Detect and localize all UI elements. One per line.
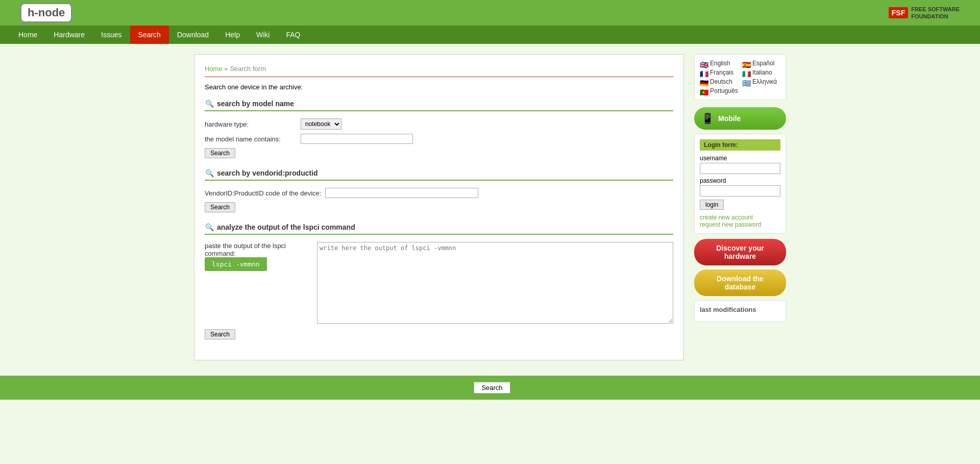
section3-search-row: Search: [205, 329, 673, 339]
section1-header: 🔍 search by model name: [205, 99, 673, 111]
nav-download[interactable]: Download: [169, 26, 217, 44]
lang-fr[interactable]: 🇫🇷 Français: [700, 69, 738, 76]
breadcrumb: Home » Search form: [205, 65, 673, 77]
section2-title: search by vendorid:productid: [217, 169, 318, 177]
username-input[interactable]: [700, 163, 780, 174]
nav-wiki[interactable]: Wiki: [248, 26, 278, 44]
lspci-right: [317, 242, 673, 325]
lspci-left: paste the output of the lspci command: l…: [205, 242, 317, 325]
main-layout: Home » Search form Search one device in …: [184, 44, 796, 371]
nav-help[interactable]: Help: [217, 26, 248, 44]
section3-header: 🔍 analyze the output of the lspci comman…: [205, 223, 673, 235]
flag-es: 🇪🇸: [742, 61, 750, 66]
nav-issues[interactable]: Issues: [93, 26, 130, 44]
fsf-text: FREE SOFTWARE FOUNDATION: [911, 6, 960, 20]
section3-title: analyze the output of the lspci command: [217, 223, 355, 231]
flag-en: 🇬🇧: [700, 61, 708, 66]
password-label: password: [700, 177, 780, 184]
flag-pt: 🇵🇹: [700, 88, 708, 94]
section2-header: 🔍 search by vendorid:productid: [205, 168, 673, 181]
flag-gr: 🇬🇷: [742, 79, 750, 85]
breadcrumb-separator: »: [224, 65, 230, 72]
hardware-type-label: hardware type:: [205, 120, 297, 128]
lang-es[interactable]: 🇪🇸 Español: [742, 60, 780, 67]
hardware-type-select[interactable]: notebook desktop laptop printer scanner: [301, 118, 341, 130]
sidebar: 🇬🇧 English 🇪🇸 Español 🇫🇷 Français 🇮🇹 Ita…: [694, 54, 786, 360]
bottom-bar: Search: [0, 376, 980, 400]
mobile-label: Mobile: [718, 114, 741, 123]
section1-search-row: Search: [205, 148, 673, 158]
section-lspci: 🔍 analyze the output of the lspci comman…: [205, 223, 673, 339]
create-account-link[interactable]: create new account: [700, 214, 780, 221]
mobile-button[interactable]: 📱 Mobile: [694, 107, 786, 130]
login-form: Login form: username password login crea…: [694, 134, 786, 234]
navbar: Home Hardware Issues Search Download Hel…: [0, 26, 980, 44]
username-label: username: [700, 155, 780, 162]
breadcrumb-home[interactable]: Home: [205, 65, 223, 72]
magnifier-icon-3: 🔍: [205, 223, 214, 232]
lang-pt-label: Português: [710, 87, 738, 94]
lang-es-label: Español: [752, 60, 774, 67]
lang-gr[interactable]: 🇬🇷 Ελληνικά: [742, 78, 780, 85]
model-name-label: the model name contains:: [205, 135, 297, 143]
last-modifications-box: last modifications: [694, 300, 786, 322]
flag-de: 🇩🇪: [700, 79, 708, 85]
content-area: Home » Search form Search one device in …: [194, 54, 684, 360]
login-form-header: Login form:: [700, 139, 780, 151]
nav-hardware[interactable]: Hardware: [45, 26, 93, 44]
section2-search-row: Search: [205, 202, 673, 212]
section-model-name: 🔍 search by model name hardware type: no…: [205, 99, 673, 158]
lang-en-label: English: [710, 60, 730, 67]
lspci-label: paste the output of the lspci command:: [205, 242, 286, 257]
search-intro: Search one device in the archive:: [205, 83, 673, 91]
vendor-label: VendorID:ProductID code of the device:: [205, 189, 321, 197]
vendor-row: VendorID:ProductID code of the device:: [205, 188, 673, 198]
lang-en[interactable]: 🇬🇧 English: [700, 60, 738, 67]
login-button[interactable]: login: [700, 200, 724, 210]
nav-faq[interactable]: FAQ: [278, 26, 308, 44]
lang-de-label: Deutsch: [710, 78, 732, 85]
breadcrumb-current: Search form: [230, 65, 266, 72]
lspci-wrapper: paste the output of the lspci command: l…: [205, 242, 673, 325]
lang-gr-label: Ελληνικά: [752, 78, 777, 85]
model-name-input[interactable]: [301, 134, 413, 144]
hardware-type-row: hardware type: notebook desktop laptop p…: [205, 118, 673, 130]
login-links: create new account request new password: [700, 214, 780, 228]
lang-it[interactable]: 🇮🇹 Italiano: [742, 69, 780, 76]
fsf-logo: FSF FREE SOFTWARE FOUNDATION: [889, 6, 960, 20]
nav-home[interactable]: Home: [10, 26, 45, 44]
last-modifications-header: last modifications: [700, 306, 780, 313]
section-vendor-id: 🔍 search by vendorid:productid VendorID:…: [205, 168, 673, 212]
flag-fr: 🇫🇷: [700, 70, 708, 76]
flag-it: 🇮🇹: [742, 70, 750, 76]
discover-hardware-button[interactable]: Discover your hardware: [694, 239, 786, 265]
lang-de[interactable]: 🇩🇪 Deutsch: [700, 78, 738, 85]
bottom-search-button[interactable]: Search: [474, 382, 510, 394]
lang-fr-label: Français: [710, 69, 733, 76]
site-logo[interactable]: h-node: [20, 3, 72, 22]
mobile-icon: 📱: [701, 112, 714, 125]
vendor-input[interactable]: [325, 188, 478, 198]
magnifier-icon-1: 🔍: [205, 99, 214, 108]
language-selector: 🇬🇧 English 🇪🇸 Español 🇫🇷 Français 🇮🇹 Ita…: [694, 54, 786, 100]
lang-it-label: Italiano: [752, 69, 772, 76]
password-input[interactable]: [700, 185, 780, 197]
section1-title: search by model name: [217, 100, 294, 108]
logo-area: h-node: [20, 3, 72, 22]
section1-search-button[interactable]: Search: [205, 148, 235, 158]
nav-search[interactable]: Search: [130, 26, 169, 44]
section3-search-button[interactable]: Search: [205, 329, 235, 339]
download-database-button[interactable]: Download the database: [694, 270, 786, 296]
fsf-badge: FSF: [889, 7, 908, 18]
lspci-textarea[interactable]: [317, 242, 673, 324]
section2-search-button[interactable]: Search: [205, 202, 235, 212]
top-header: h-node FSF FREE SOFTWARE FOUNDATION: [0, 0, 980, 26]
magnifier-icon-2: 🔍: [205, 168, 214, 178]
lang-pt[interactable]: 🇵🇹 Português: [700, 87, 738, 94]
request-password-link[interactable]: request new password: [700, 221, 780, 228]
model-name-row: the model name contains:: [205, 134, 673, 144]
lspci-code-button[interactable]: lspci -vmmnn: [205, 257, 267, 271]
